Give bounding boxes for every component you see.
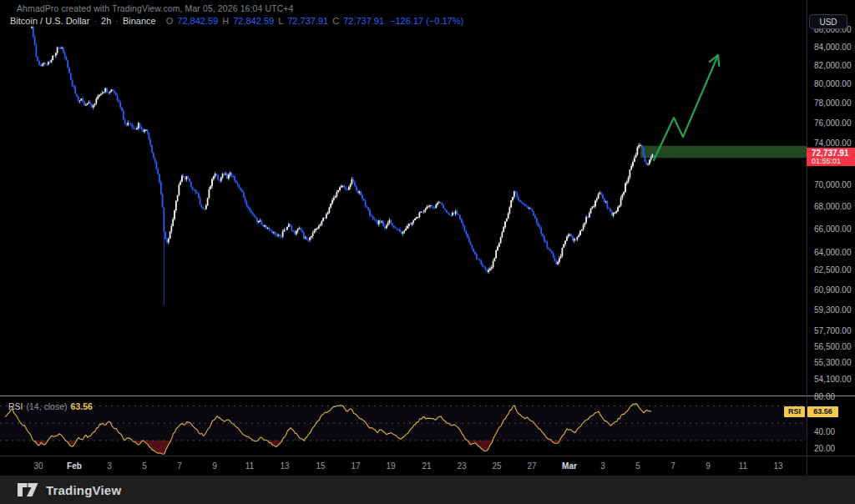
legend-separator: · [115, 16, 119, 26]
rsi-value-tag: 63.56 [807, 406, 838, 417]
brand-name[interactable]: TradingView [46, 483, 121, 497]
price-tick-label: 78,000.00 [814, 99, 852, 108]
price-tick-label: 55,300.00 [814, 359, 852, 367]
tradingview-logo-icon[interactable] [18, 483, 38, 496]
price-tick-label: 66,000.00 [814, 225, 852, 234]
time-tick-day: 9 [212, 461, 217, 471]
price-axis[interactable]: USD 72,737.91 01:55:01 86,000.0084,000.0… [807, 0, 855, 476]
time-tick-day: 3 [107, 461, 112, 471]
time-tick-day: 7 [177, 461, 182, 471]
rsi-oversold-fill [468, 441, 493, 451]
price-tick-label: 56,500.00 [814, 343, 852, 351]
price-tick-label: 76,000.00 [814, 119, 852, 128]
trend-arrow-drawing[interactable] [654, 55, 718, 160]
time-tick-day: 17 [351, 461, 360, 471]
price-tick-label: 84,000.00 [814, 43, 852, 52]
rsi-pane[interactable] [0, 404, 807, 455]
chart-window: AhmadPro created with TradingView.com, M… [0, 0, 855, 504]
time-tick-day: 5 [142, 461, 147, 471]
time-tick-day: 11 [245, 461, 254, 471]
rsi-title[interactable]: RSI [8, 401, 23, 411]
time-tick-day: 7 [670, 461, 675, 471]
close-value: 72,737.91 [343, 16, 384, 26]
price-tick-label: 70,000.00 [814, 181, 852, 189]
time-tick-day: 13 [280, 461, 289, 471]
time-tick-day: 5 [635, 461, 640, 471]
price-tick-label: 59,300.00 [814, 306, 852, 315]
rsi-params: (14, close) [27, 401, 68, 411]
time-tick-day: 25 [492, 461, 501, 471]
time-tick-day: 13 [773, 461, 782, 471]
time-tick-day: 15 [316, 461, 325, 471]
price-pane[interactable] [31, 25, 807, 305]
change-value: −126.17 (−0.17%) [390, 16, 463, 26]
time-tick-day: 27 [527, 461, 536, 471]
rsi-tick-label: 80.00 [814, 393, 835, 401]
candlestick-series [31, 25, 655, 305]
price-tick-label: 57,700.00 [814, 327, 852, 335]
price-tick-label: 68,000.00 [814, 203, 852, 211]
time-tick-day: 11 [739, 461, 747, 471]
time-tick-month: Feb [67, 461, 82, 471]
high-label: H [222, 16, 229, 26]
price-tick-label: 82,000.00 [814, 62, 852, 70]
symbol-title[interactable]: Bitcoin / U.S. Dollar [10, 16, 89, 26]
rsi-value: 63.56 [71, 401, 93, 411]
price-tick-label: 74,000.00 [814, 139, 852, 148]
legend-separator: · [94, 16, 97, 26]
price-tick-label: 54,100.00 [814, 375, 852, 384]
time-tick-day: 23 [457, 461, 466, 471]
footer-bar: TradingView [0, 476, 855, 504]
low-value: 72,737.91 [287, 16, 328, 26]
exchange-label[interactable]: Binance [123, 16, 156, 26]
time-tick-day: 21 [422, 461, 431, 471]
low-label: L [278, 16, 283, 26]
time-tick-day: 19 [386, 461, 395, 471]
last-price-label: 72,737.91 01:55:01 [807, 148, 855, 166]
symbol-legend: Bitcoin / U.S. Dollar · 2h · Binance O 7… [10, 16, 463, 26]
time-tick-day: 3 [600, 461, 605, 471]
interval-label[interactable]: 2h [101, 16, 111, 26]
rsi-tick-label: 40.00 [814, 428, 835, 436]
currency-button[interactable]: USD [809, 14, 847, 29]
trend-arrow-head [718, 55, 719, 66]
time-tick-month: Mar [562, 461, 577, 471]
price-tick-label: 60,900.00 [814, 286, 852, 295]
rsi-legend: RSI (14, close) 63.56 [8, 401, 93, 411]
rsi-tick-label: 20.00 [814, 445, 835, 453]
time-axis[interactable]: 30Feb3579111315171921232527Mar35791113 [0, 456, 807, 476]
high-value: 72,842.59 [233, 16, 274, 26]
price-chart-canvas[interactable] [0, 0, 855, 504]
price-tick-label: 62,500.00 [814, 266, 852, 275]
supply-zone-rectangle[interactable] [640, 146, 807, 158]
open-value: 72,842.59 [177, 16, 218, 26]
open-label: O [166, 16, 174, 26]
close-label: C [332, 16, 339, 26]
rsi-name-tag: RSI [784, 406, 805, 417]
watermark-text: AhmadPro created with TradingView.com, M… [17, 3, 294, 13]
price-tick-label: 80,000.00 [814, 80, 852, 88]
price-tick-label: 64,000.00 [814, 249, 852, 257]
bar-countdown: 01:55:01 [812, 158, 855, 165]
time-tick-day: 30 [33, 461, 43, 471]
time-tick-day: 9 [706, 461, 711, 471]
